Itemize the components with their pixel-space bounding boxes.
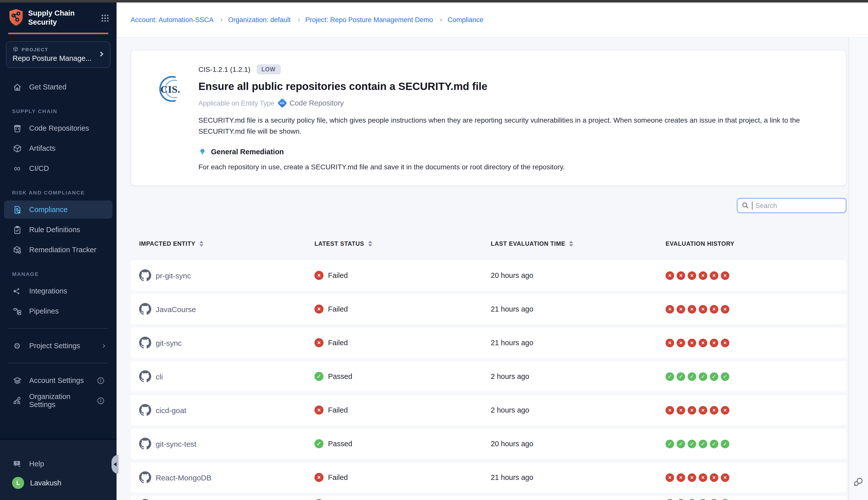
breadcrumb-project-link[interactable]: Project: Repo Posture Management Demo (305, 16, 433, 24)
status-icon: × (314, 271, 324, 280)
history-fail-icon: × (688, 271, 696, 280)
history-fail-icon: × (710, 406, 718, 414)
info-icon[interactable] (97, 377, 104, 384)
history-pass-icon: ✓ (676, 440, 685, 448)
column-header-last-evaluation-time[interactable]: LAST EVALUATION TIME (491, 240, 666, 247)
status-label: Failed (328, 406, 348, 414)
gear-icon: ⚙ (12, 341, 22, 351)
help-chat-icon: ? (12, 459, 22, 469)
integrations-icon (12, 286, 22, 296)
rule-id: CIS-1.2.1 (1.2.1) (198, 65, 251, 73)
history-fail-icon: × (666, 473, 674, 482)
table-row[interactable]: React-MongoDB × Failed 21 hours ago ××××… (131, 462, 846, 492)
sidebar-item-account-settings[interactable]: Account Settings (4, 372, 113, 390)
history-pass-icon: ✓ (676, 372, 685, 380)
divider (8, 363, 108, 364)
entity-link[interactable]: cli (156, 372, 163, 380)
history-fail-icon: × (699, 271, 707, 280)
sidebar-item-project-settings[interactable]: ⚙ Project Settings (4, 337, 113, 355)
history-fail-icon: × (666, 305, 674, 313)
entity-link[interactable]: git-sync-test (156, 440, 196, 448)
right-gutter (848, 38, 868, 500)
user-name: Lavakush (30, 479, 61, 487)
history-fail-icon: × (699, 473, 707, 482)
history-fail-icon: × (676, 473, 685, 482)
status-label: Passed (328, 372, 352, 380)
brand: Supply Chain Security (0, 2, 117, 32)
breadcrumb-compliance-link[interactable]: Compliance (448, 16, 484, 24)
evaluation-time: 21 hours ago (491, 473, 533, 481)
avatar: L (12, 477, 24, 489)
brand-accent-divider (8, 33, 108, 34)
history-fail-icon: × (721, 339, 729, 347)
status-icon: ✓ (314, 439, 324, 448)
history-fail-icon: × (699, 339, 707, 347)
app-window: Supply Chain Security PROJECT Repo Postu… (0, 0, 868, 500)
sidebar-item-label: Project Settings (29, 342, 80, 350)
sidebar-item-rule-definitions[interactable]: Rule Definitions (4, 221, 113, 239)
history-fail-icon: × (721, 406, 729, 414)
entity-link[interactable]: cicd-goat (156, 406, 186, 414)
sidebar-item-label: Help (29, 460, 44, 468)
history-fail-icon: × (676, 305, 685, 313)
search-input[interactable] (755, 202, 841, 209)
project-selector[interactable]: PROJECT Repo Posture Manage... (6, 42, 111, 68)
table-row[interactable]: cli ✓ Passed 2 hours ago ✓✓✓✓✓✓ (131, 361, 846, 391)
sidebar-item-cicd[interactable]: ∞ CI/CD (4, 160, 113, 178)
status-icon: × (314, 406, 324, 414)
table-row[interactable]: ✓ ✓✓✓✓✓✓ (131, 496, 846, 500)
sidebar-item-label: Code Repositories (29, 124, 89, 133)
app-title: Supply Chain Security (28, 9, 101, 27)
history-fail-icon: × (666, 339, 674, 347)
sidebar-item-organization-settings[interactable]: Organization Settings (4, 392, 113, 410)
entity-type-chip[interactable]: </> Code Repository (279, 99, 344, 107)
breadcrumb-organization-link[interactable]: Organization: default (228, 16, 291, 24)
entity-link[interactable]: React-MongoDB (156, 473, 211, 482)
table-row[interactable]: git-sync × Failed 21 hours ago ×××××× (131, 328, 846, 358)
search-icon (742, 202, 749, 209)
search-box (737, 198, 846, 213)
text-cursor (752, 202, 752, 209)
status-label: Failed (328, 271, 348, 280)
sidebar-item-help[interactable]: ? Help (4, 455, 113, 473)
history-pass-icon: ✓ (721, 440, 729, 448)
entity-link[interactable]: JavaCourse (156, 305, 196, 313)
sidebar-item-get-started[interactable]: Get Started (4, 78, 113, 96)
sidebar-item-code-repositories[interactable]: Code Repositories (4, 120, 113, 137)
table-row[interactable]: JavaCourse × Failed 21 hours ago ×××××× (131, 294, 846, 324)
history-fail-icon: × (676, 271, 685, 280)
column-header-latest-status[interactable]: LATEST STATUS (314, 240, 491, 247)
remediation-box-icon (12, 245, 22, 255)
github-icon (139, 471, 151, 484)
window-top-strip (0, 0, 868, 2)
table-row[interactable]: cicd-goat × Failed 2 hours ago ×××××× (131, 395, 846, 425)
table-row[interactable]: git-sync-test ✓ Passed 20 hours ago ✓✓✓✓… (131, 429, 846, 459)
history-pass-icon: ✓ (666, 372, 674, 380)
app-grid-icon[interactable] (101, 14, 108, 21)
history-pass-icon: ✓ (710, 499, 718, 500)
section-heading-supply-chain: SUPPLY CHAIN (4, 108, 113, 114)
entity-link[interactable]: pr-git-sync (156, 271, 191, 280)
history-fail-icon: × (676, 339, 685, 347)
info-icon[interactable] (97, 397, 104, 405)
history-icons: ×××××× (666, 339, 729, 347)
sidebar-item-artifacts[interactable]: Artifacts (4, 139, 113, 158)
status-icon: × (314, 473, 324, 482)
sidebar-item-compliance[interactable]: Compliance (4, 201, 113, 219)
artifact-cube-icon (12, 144, 22, 154)
user-menu[interactable]: L Lavakush (4, 474, 113, 492)
sidebar-item-pipelines[interactable]: Pipelines (4, 302, 113, 320)
chat-support-icon[interactable] (853, 476, 864, 487)
sidebar-item-integrations[interactable]: Integrations (4, 282, 113, 300)
entity-link[interactable]: git-sync (156, 339, 182, 347)
sidebar-item-remediation-tracker[interactable]: Remediation Tracker (4, 241, 113, 259)
chevron-right-icon (296, 18, 300, 22)
history-pass-icon: ✓ (688, 499, 696, 500)
column-header-impacted-entity[interactable]: IMPACTED ENTITY (139, 240, 314, 247)
code-repository-type-icon: </> (278, 98, 288, 108)
history-fail-icon: × (666, 271, 674, 280)
history-pass-icon: ✓ (666, 499, 674, 500)
status-label: Failed (328, 305, 348, 313)
table-row[interactable]: pr-git-sync × Failed 20 hours ago ×××××× (131, 260, 846, 291)
breadcrumb-account-link[interactable]: Account: Automation-SSCA (131, 16, 213, 24)
